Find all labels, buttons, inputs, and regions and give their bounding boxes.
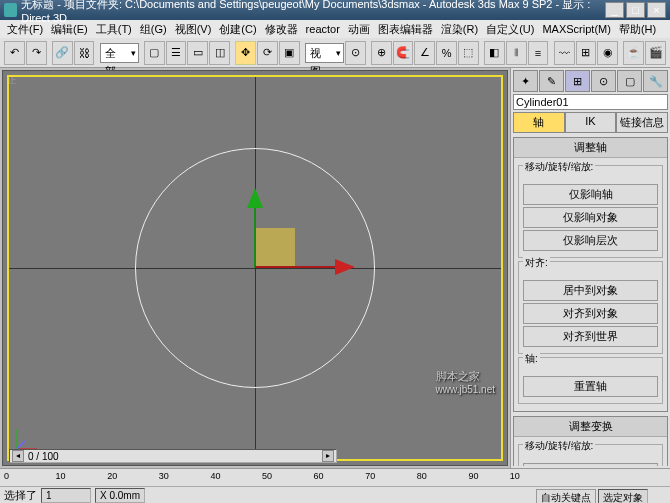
quick-render-button[interactable]: 🎬 [645,41,666,65]
layers-button[interactable]: ≡ [528,41,549,65]
select-button[interactable]: ▢ [144,41,165,65]
menu-file[interactable]: 文件(F) [4,21,46,38]
close-button[interactable]: × [647,2,666,18]
svg-line-6 [17,441,25,449]
menu-group[interactable]: 组(G) [137,21,170,38]
menu-maxscript[interactable]: MAXScript(M) [539,22,613,36]
menu-reactor[interactable]: reactor [303,22,343,36]
btn-align-to-object[interactable]: 对齐到对象 [523,303,658,324]
scale-button[interactable]: ▣ [279,41,300,65]
app-icon [4,3,17,17]
coord-x[interactable]: X 0.0mm [95,488,145,503]
spinner-snap-button[interactable]: ⬚ [458,41,479,65]
menu-help[interactable]: 帮助(H) [616,21,659,38]
menu-create[interactable]: 创建(C) [216,21,259,38]
rollup-head-adjust-transform[interactable]: 调整变换 [514,417,667,437]
tab-create[interactable]: ✦ [513,70,538,92]
tab-modify[interactable]: ✎ [539,70,564,92]
selection-count: 1 [41,488,91,503]
move-button[interactable]: ✥ [235,41,256,65]
timeline[interactable]: 0 10 20 30 40 50 60 70 80 90 100 [0,469,670,487]
menu-bar: 文件(F) 编辑(E) 工具(T) 组(G) 视图(V) 创建(C) 修改器 r… [0,20,670,38]
rollup-adjust-pivot: 调整轴 移动/旋转/缩放: 仅影响轴 仅影响对象 仅影响层次 对齐: 居中到对象… [513,137,668,412]
svg-marker-1 [247,188,263,208]
bottom-bar: 0 10 20 30 40 50 60 70 80 90 100 选择了 1 X… [0,468,670,503]
menu-modifiers[interactable]: 修改器 [262,21,301,38]
viewport[interactable]: 正 x ◂ 0 / 100 ▸ 脚本之家 www.jb51.net [2,70,508,466]
group-alignment: 对齐: 居中到对象 对齐到对象 对齐到世界 [518,261,663,354]
btn-dont-affect-children[interactable]: 不影响子对象 [523,463,658,466]
render-scene-button[interactable]: ☕ [623,41,644,65]
tab-hierarchy[interactable]: ⊞ [565,70,590,92]
rotate-button[interactable]: ⟳ [257,41,278,65]
timeline-ruler[interactable]: 0 10 20 30 40 50 60 70 80 90 100 [4,469,520,486]
unlink-button[interactable]: ⛓ [74,41,95,65]
manipulate-button[interactable]: ⊕ [371,41,392,65]
menu-render[interactable]: 渲染(R) [438,21,481,38]
auto-key-button[interactable]: 自动关键点 [536,489,596,503]
rollup-adjust-transform: 调整变换 移动/旋转/缩放: 不影响子对象 重置: 变换 缩放 [513,416,668,466]
gizmo-axis-x[interactable]: x [255,257,355,279]
btn-center-to-object[interactable]: 居中到对象 [523,280,658,301]
subtab-ik[interactable]: IK [565,112,617,133]
selection-label: 选择了 [4,488,37,503]
pivot-center-button[interactable]: ⊙ [345,41,366,65]
time-slider-value: 0 / 100 [28,451,59,462]
btn-align-to-world[interactable]: 对齐到世界 [523,326,658,347]
percent-snap-button[interactable]: % [436,41,457,65]
select-region-button[interactable]: ▭ [187,41,208,65]
main-toolbar: ↶ ↷ 🔗 ⛓ 全部 ▢ ☰ ▭ ◫ ✥ ⟳ ▣ 视图 ⊙ ⊕ 🧲 ∠ % ⬚ … [0,38,670,68]
command-panel-tabs: ✦ ✎ ⊞ ⊙ ▢ 🔧 [513,70,668,92]
menu-animation[interactable]: 动画 [345,21,373,38]
rollup-head-adjust-pivot[interactable]: 调整轴 [514,138,667,158]
angle-snap-button[interactable]: ∠ [414,41,435,65]
command-panel: ✦ ✎ ⊞ ⊙ ▢ 🔧 Cylinder01 轴 IK 链接信息 调整轴 移动/… [510,68,670,468]
btn-affect-hierarchy-only[interactable]: 仅影响层次 [523,230,658,251]
select-name-button[interactable]: ☰ [166,41,187,65]
subtab-linkinfo[interactable]: 链接信息 [616,112,668,133]
group-pivot: 轴: 重置轴 [518,357,663,404]
tab-utilities[interactable]: 🔧 [643,70,668,92]
watermark: 脚本之家 www.jb51.net [436,369,495,395]
curve-editor-button[interactable]: 〰 [554,41,575,65]
window-crossing-button[interactable]: ◫ [209,41,230,65]
maximize-button[interactable]: □ [626,2,645,18]
key-target[interactable]: 选定对象 [598,489,648,503]
menu-graph[interactable]: 图表编辑器 [375,21,436,38]
svg-marker-3 [335,259,355,275]
selection-filter-dropdown[interactable]: 全部 [100,43,139,63]
schematic-button[interactable]: ⊞ [576,41,597,65]
tab-motion[interactable]: ⊙ [591,70,616,92]
btn-affect-object-only[interactable]: 仅影响对象 [523,207,658,228]
main-area: 正 x ◂ 0 / 100 ▸ 脚本之家 www.jb51.net [0,68,670,468]
viewport-scrollbar[interactable]: ◂ 0 / 100 ▸ [9,449,337,463]
menu-tools[interactable]: 工具(T) [93,21,135,38]
viewport-active-border: x [7,75,503,461]
menu-customize[interactable]: 自定义(U) [483,21,537,38]
group-move-rotate-scale-2: 移动/旋转/缩放: 不影响子对象 [518,444,663,466]
status-bar: 选择了 1 X 0.0mm 单击并拖动以选择并移动对象 添加时间标记 🗝 自动关… [0,487,670,503]
align-button[interactable]: ⫴ [506,41,527,65]
mirror-button[interactable]: ◧ [484,41,505,65]
object-name-field[interactable]: Cylinder01 [513,94,668,110]
subtab-pivot[interactable]: 轴 [513,112,565,133]
minimize-button[interactable]: _ [605,2,624,18]
material-editor-button[interactable]: ◉ [597,41,618,65]
menu-edit[interactable]: 编辑(E) [48,21,91,38]
undo-button[interactable]: ↶ [4,41,25,65]
link-button[interactable]: 🔗 [52,41,73,65]
snap-button[interactable]: 🧲 [393,41,414,65]
hierarchy-subtabs: 轴 IK 链接信息 [513,112,668,133]
menu-views[interactable]: 视图(V) [172,21,215,38]
group-move-rotate-scale: 移动/旋转/缩放: 仅影响轴 仅影响对象 仅影响层次 [518,165,663,258]
scroll-left-icon[interactable]: ◂ [12,450,24,462]
btn-affect-pivot-only[interactable]: 仅影响轴 [523,184,658,205]
window-titlebar: 无标题 - 项目文件夹: C:\Documents and Settings\p… [0,0,670,20]
tab-display[interactable]: ▢ [617,70,642,92]
scroll-right-icon[interactable]: ▸ [322,450,334,462]
gizmo-axis-y[interactable] [245,188,265,268]
redo-button[interactable]: ↷ [26,41,47,65]
ref-coord-dropdown[interactable]: 视图 [305,43,344,63]
btn-reset-pivot[interactable]: 重置轴 [523,376,658,397]
